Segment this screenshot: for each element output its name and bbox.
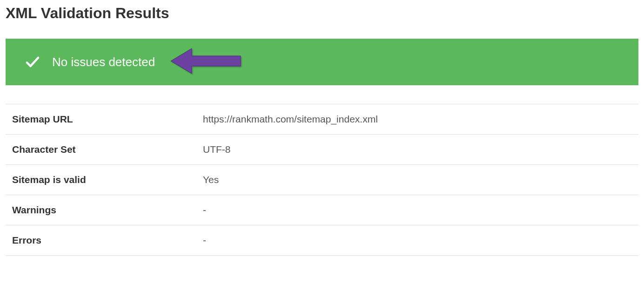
table-row: Warnings - [6,195,638,225]
row-value: UTF-8 [196,135,638,165]
row-label: Character Set [6,135,196,165]
row-label: Sitemap is valid [6,165,196,195]
annotation-arrow-icon [168,45,243,79]
svg-marker-0 [171,48,241,74]
table-row: Sitemap is valid Yes [6,165,638,195]
table-row: Sitemap URL https://rankmath.com/sitemap… [6,104,638,135]
row-value: - [196,195,638,225]
row-label: Errors [6,225,196,256]
row-value: Yes [196,165,638,195]
table-row: Character Set UTF-8 [6,135,638,165]
row-label: Warnings [6,195,196,225]
page-title: XML Validation Results [6,5,638,22]
checkmark-icon [24,54,41,70]
table-row: Errors - [6,225,638,256]
row-value: - [196,225,638,256]
row-value: https://rankmath.com/sitemap_index.xml [196,104,638,135]
row-label: Sitemap URL [6,104,196,135]
results-table: Sitemap URL https://rankmath.com/sitemap… [6,104,638,256]
status-message: No issues detected [52,55,155,69]
status-banner: No issues detected [6,39,638,85]
